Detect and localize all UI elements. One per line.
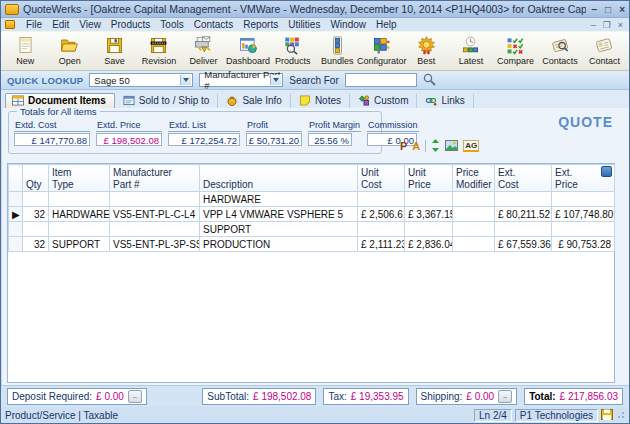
totals-groupbox: Totals for All items Extd. Cost £ 147,77… (8, 111, 382, 154)
dashboard-icon (238, 36, 259, 55)
total-box: Total: £ 217,856.03 (524, 388, 623, 405)
open-folder-icon (59, 36, 80, 55)
mdi-minimize-icon[interactable]: – (591, 20, 596, 30)
tax-box: Tax: £ 19,353.95 (323, 388, 408, 405)
deposit-more-button[interactable]: .. (128, 390, 142, 403)
tab-sale-info[interactable]: Sale Info (220, 94, 290, 108)
status-company: P1 Technologies (515, 409, 598, 422)
attributes-tool-icon[interactable]: A (412, 140, 420, 152)
mdi-restore-icon[interactable]: ❐ (603, 20, 611, 30)
search-icon[interactable] (423, 73, 436, 88)
menu-window[interactable]: Window (325, 19, 371, 30)
contacts-button[interactable]: Contacts (538, 36, 582, 66)
table-row-selected[interactable]: ▶ 32 HARDWARE VS5-ENT-PL-C-L4 VPP L4 VMW… (9, 207, 615, 222)
chevron-down-icon[interactable] (270, 75, 281, 85)
tab-custom[interactable]: Custom (352, 94, 417, 108)
col-item-type: Item Type (49, 165, 110, 192)
compare-button[interactable]: Compare (493, 36, 537, 66)
configurator-button[interactable]: Configurator (360, 36, 404, 66)
menu-utilities[interactable]: Utilities (283, 19, 325, 30)
window-title: QuoteWerks - [Oaktree Capital Management… (23, 3, 586, 15)
grid-area: Qty Item Type Manufacturer Part # Descri… (7, 163, 615, 383)
table-row[interactable]: HARDWARE (9, 192, 615, 207)
shipping-box[interactable]: Shipping: £ 0.00 .. (416, 388, 518, 405)
deliver-button[interactable]: Deliver (182, 36, 226, 66)
app-icon (5, 4, 19, 15)
menu-contacts[interactable]: Contacts (189, 19, 238, 30)
col-price-modifier: Price Modifier (453, 165, 495, 192)
toolbar: New Open Save Revision Deliver Dashboard… (1, 31, 629, 71)
deliver-icon (193, 36, 214, 55)
contact-button[interactable]: Contact (583, 36, 627, 66)
chevron-down-icon[interactable] (180, 75, 191, 85)
lookup-field-dropdown[interactable]: Manufacturer Part # (199, 73, 283, 87)
save-status-icon (601, 409, 613, 422)
menu-reports[interactable]: Reports (238, 19, 283, 30)
col-ext-cost: Ext. Cost (495, 165, 552, 192)
shapes-icon (358, 95, 370, 106)
profit-margin-value: 25.56 % (308, 133, 352, 146)
quick-lookup-label: QUICK LOOKUP (7, 75, 83, 86)
price-tool-icon[interactable]: P (400, 140, 407, 152)
profit-field: Profit £ 50,731.20 (246, 120, 302, 146)
grid-header-row: Qty Item Type Manufacturer Part # Descri… (9, 165, 615, 192)
money-bag-icon (226, 95, 238, 106)
vendor-dropdown[interactable]: Sage 50 (89, 73, 193, 87)
best-button[interactable]: Best (404, 36, 448, 66)
divider (425, 140, 426, 152)
grid-icon (12, 95, 24, 106)
totals-title: Totals for All items (17, 106, 100, 117)
resize-grip[interactable] (616, 410, 625, 421)
save-button[interactable]: Save (92, 36, 136, 66)
dashboard-button[interactable]: Dashboard (226, 36, 270, 66)
col-description: Description (200, 165, 358, 192)
configurator-icon (371, 36, 392, 55)
tab-sold-to-ship-to[interactable]: Sold to / Ship to (117, 94, 219, 108)
new-button[interactable]: New (3, 36, 47, 66)
menu-view[interactable]: View (74, 19, 106, 30)
new-document-icon (15, 36, 36, 55)
tab-links[interactable]: Links (419, 94, 473, 108)
profit-margin-field: Profit Margin 25.56 % (308, 120, 361, 146)
menubar: File Edit View Products Tools Contacts R… (1, 18, 629, 31)
deposit-required-box[interactable]: Deposit Required: £ 0.00 .. (7, 388, 147, 405)
close-icon[interactable]: × (619, 4, 625, 15)
current-row-marker: ▶ (9, 207, 23, 222)
grid-options-icon[interactable] (601, 166, 612, 177)
menu-edit[interactable]: Edit (47, 19, 74, 30)
revision-button[interactable]: Revision (137, 36, 181, 66)
bundles-button[interactable]: Bundles (315, 36, 359, 66)
menu-products[interactable]: Products (106, 19, 155, 30)
search-input[interactable] (345, 73, 417, 87)
table-row[interactable]: SUPPORT (9, 222, 615, 237)
latest-button[interactable]: Latest (449, 36, 493, 66)
contacts-icon (550, 36, 571, 55)
document-items-panel: Totals for All items Extd. Cost £ 147,77… (1, 108, 629, 385)
document-type-label: QUOTE (558, 114, 613, 130)
col-unit-cost: Unit Cost (358, 165, 405, 192)
tab-notes[interactable]: Notes (293, 94, 350, 108)
minimize-icon[interactable]: – (592, 4, 598, 15)
mdi-close-icon[interactable]: × (618, 20, 623, 30)
table-row[interactable]: 32 SUPPORT VS5-ENT-PL-3P-SS PRODUCTION £… (9, 237, 615, 252)
products-icon (282, 36, 303, 55)
grid-toolbar: P A AG (400, 139, 489, 153)
autosize-grid-icon[interactable]: AG (463, 140, 479, 152)
move-updown-icon[interactable] (431, 139, 440, 154)
search-for-label: Search For (289, 75, 338, 86)
best-icon (416, 36, 437, 55)
open-button[interactable]: Open (48, 36, 92, 66)
footer-totals-bar: Deposit Required: £ 0.00 .. SubTotal: £ … (1, 385, 629, 407)
address-card-icon (123, 95, 135, 106)
titlebar: QuoteWerks - [Oaktree Capital Management… (1, 1, 629, 18)
menu-file[interactable]: File (21, 19, 47, 30)
col-unit-price: Unit Price (405, 165, 453, 192)
picture-tool-icon[interactable] (445, 140, 458, 153)
shipping-more-button[interactable]: .. (498, 390, 512, 403)
products-button[interactable]: Products (271, 36, 315, 66)
maximize-icon[interactable]: □ (605, 4, 611, 15)
status-item-info: Product/Service | Taxable (5, 410, 471, 421)
extd-cost-field: Extd. Cost £ 147,770.88 (14, 120, 90, 146)
menu-tools[interactable]: Tools (155, 19, 188, 30)
menu-help[interactable]: Help (371, 19, 402, 30)
